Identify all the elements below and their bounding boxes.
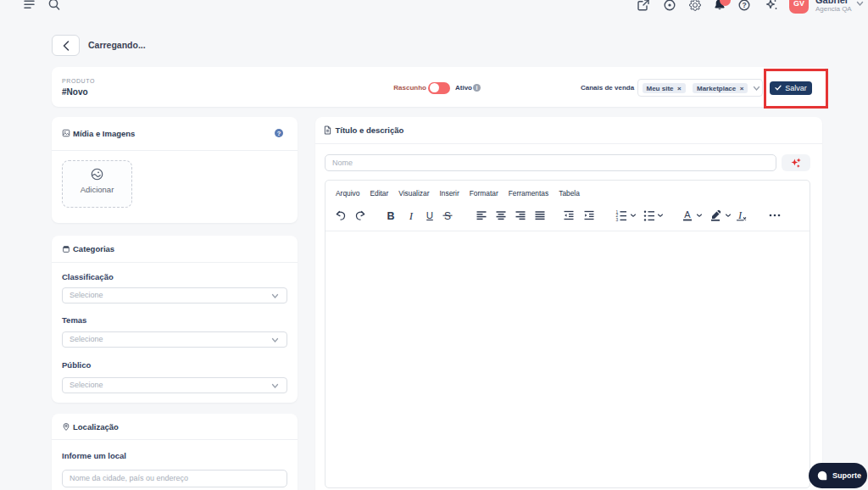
svg-text:I: I [408,209,413,221]
svg-text:3: 3 [615,218,618,222]
svg-text:?: ? [742,1,746,9]
svg-text:B: B [387,209,394,221]
svg-text:I: I [737,209,743,221]
svg-text:U: U [426,209,433,220]
svg-text:A: A [684,209,691,219]
